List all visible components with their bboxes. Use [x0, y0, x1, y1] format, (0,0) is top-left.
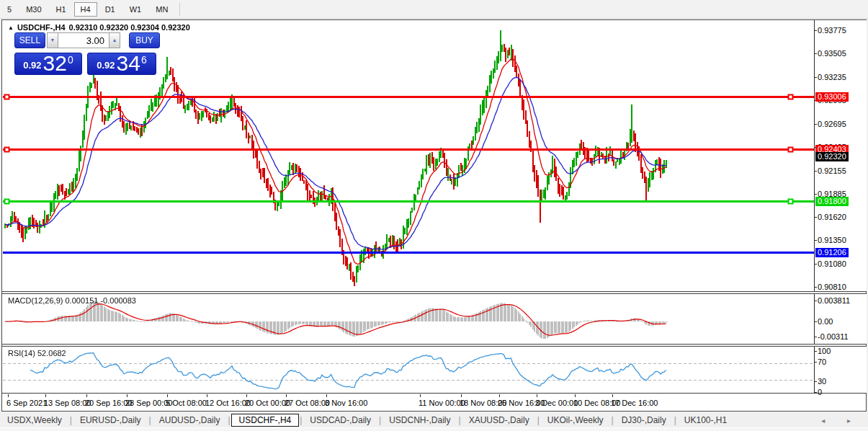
chart-tab-dj30-daily[interactable]: DJ30-,Daily [614, 414, 674, 426]
current-price-label: 0.92320 [815, 152, 849, 161]
rsi-tick-label: 70 [818, 357, 826, 366]
date-tick-label: 17 Dec 16:00 [611, 399, 658, 407]
chart-tab-xauusd-daily[interactable]: XAUUSD-,Daily [462, 414, 537, 426]
buy-button[interactable]: BUY [129, 32, 160, 48]
macd-tick-label: -0.00311 [818, 332, 849, 341]
axis-tick-mark [814, 362, 817, 363]
chevron-down-icon: ▼ [50, 37, 55, 43]
date-tick-mark [612, 394, 613, 397]
price-tick-label: 0.90810 [818, 283, 846, 291]
chart-tab-usdx-weekly[interactable]: USDX,Weekly [0, 414, 69, 426]
date-tick-label: 12 Oct 16:00 [205, 399, 251, 407]
chart-window: ▲ USDCHF-,H4 0.92310 0.92320 0.92304 0.9… [1, 19, 867, 412]
macd-tick-label: 0.00 [818, 317, 833, 326]
ohlc-values: 0.92310 0.92320 0.92304 0.92320 [69, 23, 190, 32]
axis-tick-mark [814, 264, 817, 265]
date-tick-label: 27 Oct 08:00 [285, 399, 330, 407]
timeframe-button-mn[interactable]: MN [149, 2, 174, 17]
price-tick-label: 0.91350 [818, 236, 846, 244]
chart-tab-usdcad-daily[interactable]: USDCAD-,Daily [303, 414, 378, 426]
axis-tick-mark [814, 30, 817, 31]
date-tick-mark [246, 394, 247, 397]
axis-tick-mark [814, 392, 817, 393]
trading-terminal: 5M30H1H4D1W1MN ▲ USDCHF-,H4 0.92310 0.92… [0, 0, 868, 431]
buy-price-display[interactable]: 0.92 34 6 [87, 53, 156, 75]
date-tick-label: 5 Oct 08:00 [166, 399, 207, 407]
date-tick-mark [127, 394, 127, 397]
axis-tick-mark [814, 301, 817, 301]
timeframe-button-w1[interactable]: W1 [123, 2, 148, 17]
chart-tab-ukoil-weekly[interactable]: UKOil-,Weekly [540, 414, 611, 426]
date-tick-mark [86, 394, 87, 397]
hline-price-label: 0.91206 [815, 248, 849, 257]
date-tick-label: 11 Nov 00:00 [419, 399, 465, 407]
volume-input[interactable] [58, 32, 109, 48]
rsi-tick-label: 0 [818, 388, 822, 396]
timeframe-button-h1[interactable]: H1 [50, 2, 73, 17]
timeframe-button-5[interactable]: 5 [1, 2, 18, 17]
chart-tab-usdcnh-daily[interactable]: USDCNH-,Daily [382, 414, 457, 426]
price-tick-label: 0.93505 [818, 49, 846, 58]
axis-tick-mark [814, 287, 817, 288]
price-tick-label: 0.92695 [818, 120, 846, 128]
symbol-period-label: USDCHF-,H4 [17, 23, 66, 32]
rsi-tick-label: 30 [818, 377, 826, 386]
sell-button[interactable]: SELL [14, 32, 45, 48]
macd-tick-label: 0.003811 [818, 296, 850, 305]
date-tick-label: 3 Nov 16:00 [325, 399, 367, 407]
toolbar-separator [179, 3, 180, 16]
axis-tick-mark [814, 124, 817, 125]
chart-tab-uk100-h1[interactable]: UK100-,H1 [677, 414, 734, 426]
volume-increase-button[interactable]: ▲ [109, 32, 120, 48]
axis-tick-mark [814, 240, 817, 241]
date-tick-mark [326, 394, 327, 397]
buy-price-prefix: 0.92 [97, 60, 115, 71]
date-tick-mark [537, 394, 537, 397]
sell-price-big: 32 [43, 53, 67, 74]
sell-price-prefix: 0.92 [23, 60, 41, 71]
axis-tick-mark [814, 351, 817, 352]
date-tick-mark [8, 394, 9, 397]
tab-scroll-arrows[interactable]: ◂ ▸ [821, 417, 861, 425]
axis-tick-mark [814, 337, 817, 337]
timeframe-button-d1[interactable]: D1 [99, 2, 122, 17]
axis-tick-mark [814, 77, 817, 78]
date-tick-mark [461, 394, 462, 397]
timeframe-button-m30[interactable]: M30 [19, 2, 48, 17]
date-tick-label: 20 Oct 00:00 [245, 399, 290, 407]
sell-price-display[interactable]: 0.92 32 0 [14, 53, 82, 75]
hline-price-label: 0.91800 [815, 197, 849, 206]
rsi-label: RSI(14) 52.0682 [8, 349, 66, 357]
price-tick-label: 0.93235 [818, 73, 846, 81]
date-tick-label: 3 Dec 00:00 [535, 399, 578, 407]
hline-price-label: 0.93006 [815, 92, 849, 102]
chart-title: ▲ USDCHF-,H4 0.92310 0.92320 0.92304 0.9… [8, 23, 190, 32]
axis-tick-mark [814, 53, 817, 54]
date-axis[interactable]: 6 Sep 202113 Sep 08:0020 Sep 16:0028 Sep… [2, 394, 814, 411]
collapse-panel-icon[interactable]: ▲ [8, 25, 14, 31]
rsi-tick-label: 100 [818, 347, 831, 355]
chart-tab-audusd-daily[interactable]: AUDUSD-,Daily [152, 414, 228, 426]
axis-tick-mark [814, 194, 817, 195]
date-tick-mark [207, 394, 207, 397]
macd-label: MACD(12,26,9) 0.000151 -0.000083 [8, 296, 136, 305]
date-tick-mark [167, 394, 168, 397]
timeframe-button-h4[interactable]: H4 [74, 2, 97, 17]
buy-price-sup: 6 [141, 55, 147, 65]
chevron-up-icon: ▲ [112, 37, 117, 43]
axis-tick-mark [814, 171, 817, 172]
chart-tab-eurusd-daily[interactable]: EURUSD-,Daily [73, 414, 148, 426]
price-tick-label: 0.91620 [818, 213, 846, 221]
price-tick-label: 0.92155 [818, 166, 846, 175]
axis-tick-mark [814, 321, 817, 322]
chart-tab-bar: USDX,Weekly|EURUSD-,Daily|AUDUSD-,Daily|… [0, 413, 868, 427]
axis-tick-mark [814, 217, 817, 218]
timeframe-toolbar: 5M30H1H4D1W1MN [0, 0, 868, 19]
date-tick-mark [45, 394, 46, 397]
volume-decrease-button[interactable]: ▼ [47, 32, 58, 48]
chart-tab-usdchf-h4[interactable]: USDCHF-,H4 [231, 414, 300, 427]
axis-tick-mark [814, 381, 817, 382]
date-tick-label: 6 Sep 2021 [6, 399, 47, 407]
date-tick-mark [286, 394, 287, 397]
rsi-indicator-chart[interactable] [3, 347, 814, 393]
